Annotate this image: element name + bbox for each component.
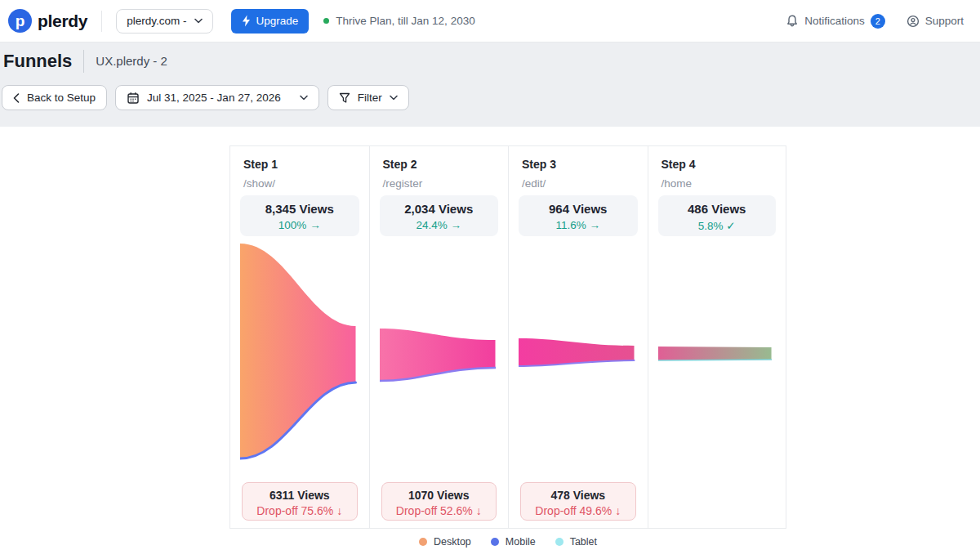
step-name: Step 2: [383, 158, 417, 171]
support-label: Support: [925, 15, 964, 27]
upgrade-button[interactable]: Upgrade: [231, 9, 310, 34]
notifications-badge: 2: [871, 14, 885, 29]
dropoff-views: 6311 Views: [243, 489, 357, 502]
step-path: /register: [383, 177, 423, 190]
support-button[interactable]: Support: [906, 15, 964, 28]
dropoff-rate: Drop-off 75.6% ↓: [243, 504, 357, 517]
plerdy-logo-icon: p: [8, 9, 32, 33]
tablet-dot-icon: [555, 538, 564, 546]
step-views: 8,345 Views: [240, 202, 359, 216]
step-views-box[interactable]: 486 Views 5.8% ✓: [658, 195, 777, 236]
chevron-left-icon: [13, 93, 20, 103]
legend-item-tablet: Tablet: [555, 536, 597, 548]
arrow-right-icon: →: [590, 219, 601, 231]
funnel-grid: Step 1 /show/ 8,345 Views 100% → 6311 Vi…: [229, 145, 786, 529]
funnel-report: Step 1 /show/ 8,345 Views 100% → 6311 Vi…: [0, 127, 980, 550]
step-views: 2,034 Views: [380, 202, 499, 216]
check-icon: ✓: [726, 220, 735, 232]
upgrade-label: Upgrade: [256, 15, 299, 27]
back-to-setup-label: Back to Setup: [27, 92, 96, 104]
dropoff-rate: Drop-off 52.6% ↓: [382, 504, 497, 517]
title-row: Funnels UX.plerdy - 2: [3, 50, 167, 73]
date-range-label: Jul 31, 2025 - Jan 27, 2026: [147, 92, 281, 104]
filter-label: Filter: [358, 92, 382, 104]
dropoff-views: 478 Views: [521, 489, 635, 502]
date-range-picker[interactable]: Jul 31, 2025 - Jan 27, 2026: [115, 85, 319, 110]
mobile-dot-icon: [491, 538, 499, 546]
chevron-down-icon: [390, 95, 398, 101]
bell-icon: [786, 14, 799, 28]
legend-item-mobile: Mobile: [491, 536, 536, 548]
legend-label: Desktop: [434, 536, 471, 548]
funnel-shape-chart[interactable]: [380, 238, 497, 475]
step-views-box[interactable]: 8,345 Views 100% →: [240, 195, 359, 236]
step-path: /edit/: [522, 177, 546, 190]
arrow-right-icon: →: [310, 219, 321, 231]
header-divider: [101, 11, 102, 32]
funnel-step-column-3: Step 3 /edit/ 964 Views 11.6% → 478 View…: [508, 146, 648, 528]
chevron-down-icon: [300, 95, 308, 101]
step-views-box[interactable]: 2,034 Views 24.4% →: [380, 195, 499, 236]
dropoff-views: 1070 Views: [382, 489, 497, 502]
funnel-shape-chart[interactable]: [658, 238, 774, 475]
step-path: /show/: [243, 177, 275, 190]
plan-status-dot: [323, 18, 329, 24]
funnel-shape-chart[interactable]: [240, 238, 357, 475]
dropoff-box[interactable]: 1070 Views Drop-off 52.6% ↓: [381, 482, 497, 521]
dropoff-box[interactable]: 478 Views Drop-off 49.6% ↓: [520, 482, 636, 521]
notifications-button[interactable]: Notifications 2: [786, 14, 885, 29]
arrow-right-icon: →: [451, 219, 462, 231]
brand-name: plerdy: [38, 11, 87, 31]
filter-button[interactable]: Filter: [327, 85, 409, 110]
step-name: Step 3: [522, 158, 556, 171]
step-views: 486 Views: [658, 202, 777, 216]
header-right: Notifications 2 Support: [786, 14, 964, 29]
step-views-box[interactable]: 964 Views 11.6% →: [519, 195, 638, 236]
plan-status: Thrive Plan, till Jan 12, 2030: [323, 15, 474, 27]
arrow-down-icon: ↓: [476, 504, 482, 517]
desktop-dot-icon: [419, 538, 427, 546]
step-rate: 100% →: [240, 219, 359, 231]
calendar-icon: [127, 92, 140, 105]
lightning-bolt-icon: [242, 15, 251, 27]
support-person-icon: [906, 15, 920, 28]
step-rate: 5.8% ✓: [658, 219, 777, 232]
back-to-setup-button[interactable]: Back to Setup: [2, 85, 107, 110]
page-title: Funnels: [3, 51, 72, 72]
dropoff-rate: Drop-off 49.6% ↓: [521, 504, 635, 517]
funnel-step-column-4: Step 4 /home 486 Views 5.8% ✓: [648, 146, 787, 528]
legend-label: Mobile: [506, 536, 536, 548]
step-path: /home: [662, 177, 693, 190]
toolbar: Back to Setup Jul 31, 2025 - Jan 27, 202…: [2, 85, 409, 110]
step-views: 964 Views: [519, 202, 638, 216]
legend-item-desktop: Desktop: [419, 536, 471, 548]
step-name: Step 4: [662, 158, 696, 171]
funnel-shape-chart[interactable]: [519, 238, 635, 475]
domain-selector[interactable]: plerdy.com -: [116, 9, 212, 34]
arrow-down-icon: ↓: [336, 504, 342, 517]
notifications-label: Notifications: [804, 15, 865, 27]
step-name: Step 1: [243, 158, 278, 171]
arrow-down-icon: ↓: [615, 504, 621, 517]
legend-label: Tablet: [570, 536, 597, 548]
chevron-down-icon: [194, 18, 203, 24]
funnel-step-column-1: Step 1 /show/ 8,345 Views 100% → 6311 Vi…: [229, 146, 369, 528]
funnel-step-column-2: Step 2 /register 2,034 Views 24.4% → 107…: [369, 146, 509, 528]
domain-selector-label: plerdy.com -: [127, 15, 186, 27]
step-rate: 11.6% →: [519, 219, 638, 231]
dropoff-box[interactable]: 6311 Views Drop-off 75.6% ↓: [242, 482, 358, 521]
step-rate: 24.4% →: [380, 219, 499, 231]
top-header: p plerdy plerdy.com - Upgrade Thrive Pla…: [0, 0, 980, 42]
filter-funnel-icon: [339, 92, 350, 104]
funnel-subtitle: UX.plerdy - 2: [83, 50, 167, 73]
plan-status-text: Thrive Plan, till Jan 12, 2030: [336, 15, 474, 27]
brand[interactable]: p plerdy: [8, 9, 87, 33]
device-legend: Desktop Mobile Tablet: [229, 536, 786, 548]
title-band: Funnels UX.plerdy - 2 Back to Setup Jul …: [0, 42, 980, 127]
